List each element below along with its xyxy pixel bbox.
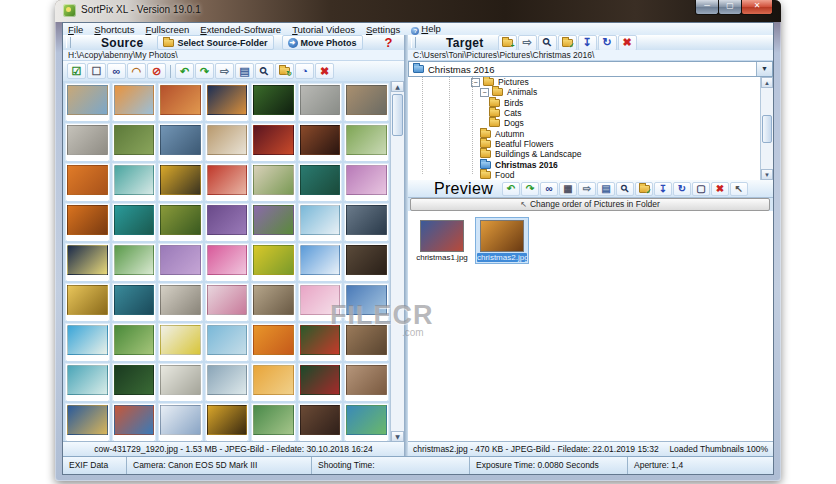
source-thumbnail[interactable] [65,403,110,441]
move-arrow-icon[interactable]: ⇨ [215,63,234,79]
help-question-button[interactable]: ? [385,35,393,50]
source-thumbnail[interactable] [251,403,296,441]
magnifier-icon[interactable]: ⚲ [616,182,634,196]
source-thumbnail[interactable] [205,203,250,241]
source-thumbnail[interactable] [65,163,110,201]
source-thumbnail[interactable] [344,163,389,201]
source-thumbnail[interactable] [205,83,250,121]
source-thumbnail[interactable] [112,203,157,241]
source-thumbnail[interactable] [344,123,389,161]
source-thumbnail[interactable] [344,363,389,401]
tree-item-autumn[interactable]: Autumn [408,128,773,138]
filmstrip-icon[interactable]: ▦ [559,182,577,196]
source-thumbnail[interactable] [344,323,389,361]
preview-file-christmas2-jpg[interactable]: christmas2.jpg [476,218,528,263]
source-thumbnail[interactable] [344,403,389,441]
source-thumbnail[interactable] [251,83,296,121]
redo-icon[interactable]: ↷ [521,182,539,196]
source-thumbnail[interactable] [251,203,296,241]
move-arrow-icon[interactable]: ⇨ [578,182,596,196]
tree-item-dogs[interactable]: Dogs [408,118,773,128]
image-info-icon[interactable]: ▤ [235,63,254,79]
source-scrollbar[interactable]: ▲ ▼ [390,81,404,442]
target-folder-dropdown[interactable]: Christmas 2016 ▼ [408,61,773,77]
pie-chart-icon[interactable]: ◔ [295,63,314,79]
source-thumbnail[interactable] [298,83,343,121]
source-thumbnail[interactable] [205,363,250,401]
source-thumbnail[interactable] [112,123,157,161]
source-thumbnail[interactable] [158,203,203,241]
binoculars-icon[interactable]: ∞ [107,63,126,79]
source-thumbnail[interactable] [65,323,110,361]
menu-fullscreen[interactable]: Fullscreen [145,24,189,35]
delete-icon[interactable]: ✖ [315,63,334,79]
tree-scrollbar[interactable]: ▲ ▼ [760,77,773,180]
magnifier-icon[interactable]: ⚲ [255,63,274,79]
select-source-folder-button[interactable]: Select Source-Folder [157,35,273,50]
source-thumbnail[interactable] [158,123,203,161]
image-info-icon[interactable]: ▤ [597,182,615,196]
tree-item-birds[interactable]: Birds [408,98,773,108]
globe-blocked-icon[interactable]: ⊘ [147,63,166,79]
source-thumbnail[interactable] [65,243,110,281]
delete-icon[interactable]: ✖ [618,35,637,51]
tree-item-pictures[interactable]: −Pictures [408,77,773,87]
source-thumbnail[interactable] [112,403,157,441]
tree-item-animals[interactable]: −Animals [408,87,773,97]
menu-shortcuts[interactable]: Shortcuts [94,24,134,35]
source-thumbnail[interactable] [298,243,343,281]
move-photos-button[interactable]: ➜ Move Photos [282,35,363,50]
tree-item-christmas-2016[interactable]: Christmas 2016 [408,159,773,169]
send-to-folder-icon[interactable]: ↧ [654,182,672,196]
menu-tutorial-videos[interactable]: Tutorial Videos [292,24,355,35]
source-thumbnail[interactable] [158,403,203,441]
source-thumbnail[interactable] [298,363,343,401]
source-thumbnail[interactable] [112,363,157,401]
tree-item-beatful-flowers[interactable]: Beatful Flowers [408,139,773,149]
source-thumbnail[interactable] [205,123,250,161]
grip-handle[interactable] [411,37,416,48]
scrollbar-thumb[interactable] [392,94,403,136]
change-order-button[interactable]: ↖Change order of Pictures in Folder [410,198,770,211]
delete-icon[interactable]: ✖ [711,182,729,196]
source-thumbnail[interactable] [112,283,157,321]
close-button[interactable]: ✕ [741,0,773,15]
source-thumbnail[interactable] [112,323,157,361]
refresh-icon[interactable]: ↻ [673,182,691,196]
title-bar[interactable]: SortPix XL - Version 19.0.1 ─▢✕ [55,0,781,22]
chevron-down-icon[interactable]: ▼ [756,62,772,76]
source-thumbnail[interactable] [158,163,203,201]
scroll-up-icon[interactable]: ▲ [761,77,773,88]
source-thumbnail[interactable] [158,83,203,121]
deselect-checkbox-icon[interactable]: ☐ [87,63,106,79]
source-thumbnail[interactable] [65,123,110,161]
menu-extended-software[interactable]: Extended-Software [200,24,281,35]
source-thumbnail[interactable] [158,243,203,281]
source-thumbnail[interactable] [158,363,203,401]
folder-check-icon[interactable]: ✓ [635,182,653,196]
select-all-checkbox-icon[interactable]: ☑ [67,63,86,79]
source-thumbnail[interactable] [251,123,296,161]
source-thumbnail[interactable] [205,403,250,441]
fullscreen-icon[interactable]: ▢ [692,182,710,196]
source-thumbnail[interactable] [298,283,343,321]
source-thumbnail[interactable] [298,403,343,441]
send-to-folder-icon[interactable]: ↧ [578,35,597,51]
source-thumbnail[interactable] [65,83,110,121]
source-thumbnail[interactable] [344,83,389,121]
source-thumbnail[interactable] [65,203,110,241]
scrollbar-thumb[interactable] [762,115,772,143]
source-thumbnail[interactable] [205,283,250,321]
source-thumbnail[interactable] [298,323,343,361]
refresh-icon[interactable]: ↻ [598,35,617,51]
grip-handle[interactable] [66,37,71,48]
minimize-button[interactable]: ─ [695,0,719,15]
source-thumbnail[interactable] [65,363,110,401]
source-thumbnail[interactable] [251,243,296,281]
menu-settings[interactable]: Settings [366,24,400,35]
move-arrow-icon[interactable]: ⇨ [518,35,537,51]
source-thumbnail[interactable] [112,83,157,121]
undo-icon[interactable]: ↶ [175,63,194,79]
source-thumbnail[interactable] [298,123,343,161]
source-thumbnail[interactable] [251,363,296,401]
